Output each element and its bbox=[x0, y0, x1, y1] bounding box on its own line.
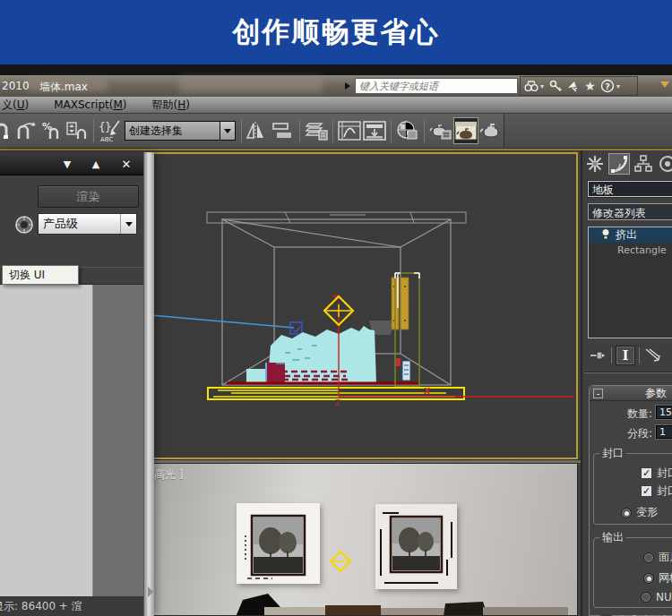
titlebar-blur-decoration bbox=[179, 78, 323, 92]
mirror-icon[interactable] bbox=[246, 117, 271, 144]
render-setup-icon[interactable] bbox=[428, 117, 453, 144]
pin-stack-icon[interactable] bbox=[588, 346, 607, 365]
viewport-wireframe[interactable]: Y X Z bbox=[149, 152, 578, 459]
binoculars-icon[interactable] bbox=[523, 79, 538, 94]
nurbs-radio[interactable] bbox=[641, 592, 651, 603]
dialog-title-bar[interactable]: ▼ ▲ ✕ bbox=[0, 152, 154, 175]
percent-snap-toggle-icon[interactable]: % bbox=[39, 117, 65, 144]
render-setup-dialog: ▼ ▲ ✕ 渲染 产品级 切换 UI 显示: 86400 + 渲 bbox=[0, 152, 154, 616]
render-button[interactable]: 渲染 bbox=[38, 185, 139, 208]
main-toolbar: % {}ABC 创建选择集 bbox=[0, 114, 672, 149]
svg-text:X: X bbox=[424, 387, 430, 396]
stack-item-rectangle[interactable]: Rectangle bbox=[589, 243, 672, 258]
svg-text:Z: Z bbox=[335, 399, 340, 407]
mesh-radio[interactable] bbox=[643, 573, 654, 584]
dialog-resize-arrow-icon bbox=[148, 586, 153, 597]
spinner-snap-toggle-icon[interactable] bbox=[65, 117, 90, 144]
transform-gizmo[interactable] bbox=[327, 548, 354, 575]
modifier-stack: 挤出 Rectangle bbox=[588, 227, 672, 338]
viewport-shading-label[interactable]: 高光 ] bbox=[154, 467, 184, 483]
roll-up-icon[interactable]: ▲ bbox=[86, 157, 106, 171]
output-mesh-row: 网格 bbox=[643, 570, 672, 586]
rollout-title: 参数 bbox=[645, 386, 667, 401]
rendered-frame-window-icon[interactable] bbox=[453, 117, 478, 144]
preset-icon[interactable] bbox=[13, 213, 36, 236]
cap-start-checkbox[interactable]: ✓ bbox=[641, 467, 652, 479]
chevron-down-icon[interactable] bbox=[220, 122, 235, 140]
satellite-icon[interactable] bbox=[565, 79, 581, 94]
lightbulb-icon[interactable] bbox=[601, 228, 610, 243]
menu-item-customize[interactable]: 义(U) bbox=[0, 97, 41, 113]
layer-manager-icon[interactable] bbox=[304, 117, 329, 144]
curve-editor-icon[interactable] bbox=[337, 117, 362, 144]
picture-frame-art bbox=[375, 504, 457, 589]
help-icon[interactable]: ? bbox=[599, 79, 615, 94]
show-end-result-icon[interactable]: I bbox=[616, 346, 635, 365]
chevron-down-icon[interactable]: ▾ bbox=[616, 82, 623, 90]
window-edge-strip bbox=[0, 64, 672, 75]
menu-bar: 义(U) MAXScript(M) 帮助(H) bbox=[0, 97, 672, 114]
app-version: 2010 bbox=[2, 80, 30, 92]
segments-label: 分段: bbox=[627, 426, 652, 441]
amount-spinner[interactable]: 150 bbox=[656, 406, 672, 419]
material-editor-icon[interactable] bbox=[395, 117, 420, 144]
svg-text:ABC: ABC bbox=[100, 136, 113, 143]
cap-end-checkbox[interactable]: ✓ bbox=[641, 485, 652, 497]
title-bar: 2010 墙体.max ▾ ★ ? ▾ bbox=[0, 75, 672, 97]
viewport-shaded[interactable]: 高光 ] bbox=[149, 463, 578, 616]
chevron-down-icon[interactable]: ▾ bbox=[540, 82, 547, 90]
roll-down-icon[interactable]: ▼ bbox=[57, 157, 77, 171]
object-name-field[interactable]: 地板 bbox=[588, 181, 672, 197]
menu-item-maxscript[interactable]: MAXScript(M) bbox=[41, 97, 139, 113]
banner-title: 创作顺畅更省心 bbox=[233, 13, 440, 51]
collapse-icon[interactable]: - bbox=[593, 389, 603, 398]
panel-divider bbox=[584, 372, 672, 373]
dialog-right-border[interactable] bbox=[143, 152, 154, 616]
schematic-view-icon[interactable] bbox=[362, 117, 387, 144]
segments-row: 分段: 1 bbox=[590, 424, 672, 441]
cap-end-row: ✓ 封口末端 bbox=[641, 483, 672, 499]
modifier-stack-toolbar: I bbox=[588, 344, 672, 367]
stack-item-extrude[interactable]: 挤出 bbox=[589, 227, 672, 243]
toolbar-separator bbox=[241, 119, 242, 142]
tab-motion[interactable] bbox=[657, 153, 672, 175]
output-patch-row: 面片 bbox=[643, 550, 672, 565]
selection-set-combo[interactable]: 创建选择集 bbox=[125, 121, 236, 141]
tab-modify[interactable] bbox=[608, 153, 630, 175]
close-icon[interactable]: ✕ bbox=[116, 157, 136, 171]
named-selection-icon[interactable]: {}ABC bbox=[98, 117, 123, 144]
snap-toggle-icon[interactable] bbox=[0, 117, 14, 144]
chevron-down-icon[interactable] bbox=[120, 214, 136, 234]
make-unique-icon[interactable] bbox=[643, 346, 663, 365]
star-icon[interactable]: ★ bbox=[582, 79, 598, 94]
patch-radio[interactable] bbox=[643, 552, 654, 563]
toolbar-separator bbox=[639, 347, 640, 364]
viewport-area: Y X Z 高光 ] bbox=[143, 150, 581, 616]
angle-snap-toggle-icon[interactable] bbox=[14, 117, 39, 144]
rollout-header[interactable]: - 参数 bbox=[590, 386, 672, 401]
light-ray bbox=[151, 315, 302, 334]
morph-radio[interactable] bbox=[621, 508, 632, 518]
render-preset-dropdown[interactable]: 产品级 bbox=[38, 213, 137, 235]
app-window: 创作顺畅更省心 2010 墙体.max ▾ ★ ? ▾ bbox=[0, 0, 672, 616]
toolbar-separator bbox=[424, 119, 425, 142]
infocenter-toolbar: ▾ ★ ? ▾ bbox=[520, 76, 638, 96]
picture-frame bbox=[375, 504, 457, 589]
render-icon[interactable] bbox=[478, 117, 504, 144]
infocenter-search[interactable] bbox=[355, 78, 518, 94]
segments-spinner[interactable]: 1 bbox=[656, 425, 672, 439]
search-input[interactable] bbox=[356, 79, 517, 93]
toolbar-separator bbox=[611, 347, 612, 364]
amount-label: 数量: bbox=[627, 406, 652, 422]
modifier-list-dropdown[interactable]: 修改器列表 bbox=[588, 203, 672, 220]
morph-row: 变形 bbox=[621, 505, 672, 520]
tab-create[interactable] bbox=[584, 153, 606, 175]
tab-hierarchy[interactable] bbox=[633, 153, 654, 175]
align-icon[interactable] bbox=[271, 117, 296, 144]
search-flyout-arrow-icon[interactable] bbox=[345, 82, 350, 90]
dialog-status-text: 显示: 86400 + 渲 bbox=[0, 599, 82, 614]
menu-item-help[interactable]: 帮助(H) bbox=[140, 97, 202, 113]
key-icon[interactable] bbox=[548, 79, 564, 94]
window-corner-caret-icon[interactable] bbox=[660, 81, 669, 88]
output-group-title: 输出 bbox=[599, 530, 626, 545]
